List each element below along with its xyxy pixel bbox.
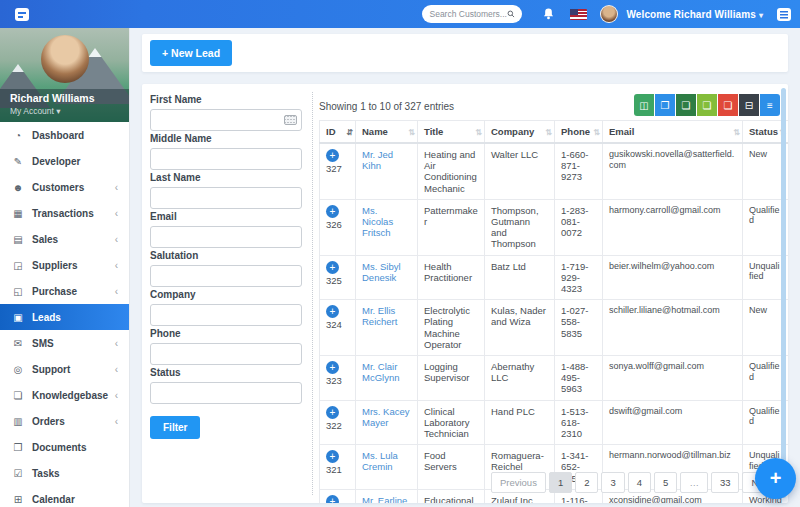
expand-row-icon[interactable]: + <box>326 261 339 274</box>
pagination-page-2[interactable]: 2 <box>575 472 598 493</box>
my-account-menu[interactable]: My Account ▾ <box>10 106 119 116</box>
sidebar-item-purchase[interactable]: ◱ Purchase ‹ <box>0 278 129 304</box>
nav-label: Sales <box>32 234 58 245</box>
lead-name-link[interactable]: Mr. Ellis Reichert <box>362 305 397 327</box>
sidebar-item-leads[interactable]: ▣ Leads <box>0 304 129 330</box>
sidebar-item-documents[interactable]: ❐ Documents <box>0 434 129 460</box>
salutation-input[interactable] <box>150 265 302 287</box>
sidebar-item-knowledgebase[interactable]: ❏ Knowledgebase ‹ <box>0 382 129 408</box>
column-header-company[interactable]: Company ⇅ <box>485 121 555 144</box>
user-avatar[interactable] <box>600 5 618 23</box>
column-header-email[interactable]: Email ⇅ <box>603 121 743 144</box>
notifications-bell-icon[interactable] <box>542 7 555 21</box>
export-csv-button[interactable]: ❏ <box>697 94 717 116</box>
scrollbar-thumb[interactable] <box>781 88 786 498</box>
column-header-name[interactable]: Name ⇅ <box>356 121 418 144</box>
first-name-input[interactable] <box>150 109 302 131</box>
lead-name-link[interactable]: Mr. Jed Kihn <box>362 149 393 171</box>
leads-icon: ▣ <box>11 312 25 323</box>
sidebar-item-dashboard[interactable]: ◔ Dashboard <box>0 122 129 148</box>
sidebar-item-orders[interactable]: ▥ Orders ‹ <box>0 408 129 434</box>
search-input[interactable] <box>429 9 507 19</box>
pagination-page-4[interactable]: 4 <box>628 472 651 493</box>
search-icon[interactable] <box>507 9 515 19</box>
sidebar-item-sms[interactable]: ✉ SMS ‹ <box>0 330 129 356</box>
column-header-id[interactable]: ID ⇵ <box>320 121 356 144</box>
export-button-group: ◫❐❏❏❏⊟≡ <box>634 94 780 116</box>
middle-name-field: Middle Name <box>150 133 302 170</box>
nav-label: Purchase <box>32 286 77 297</box>
floating-add-button[interactable]: + <box>755 458 796 499</box>
expand-row-icon[interactable]: + <box>326 406 339 419</box>
welcome-user-menu[interactable]: Welcome Richard Williams▾ <box>626 9 763 20</box>
field-label: Company <box>150 289 302 300</box>
sidebar-item-tasks[interactable]: ☑ Tasks <box>0 460 129 486</box>
company-input[interactable] <box>150 304 302 326</box>
expand-row-icon[interactable]: + <box>326 149 339 162</box>
lead-name-link[interactable]: Ms. Lula Cremin <box>362 450 398 472</box>
layout-toggle-icon[interactable] <box>777 8 791 21</box>
expand-row-icon[interactable]: + <box>326 361 339 374</box>
app-logo-icon[interactable] <box>15 8 29 21</box>
search-box[interactable] <box>422 5 522 23</box>
pagination-previous-button: Previous <box>491 472 546 493</box>
column-label: Email <box>609 126 634 137</box>
profile-avatar[interactable] <box>41 35 89 83</box>
lead-name-link[interactable]: Mrs. Kacey Mayer <box>362 406 410 428</box>
pagination: Previous12345…33Next <box>491 472 780 493</box>
filter-button[interactable]: Filter <box>150 416 200 439</box>
sidebar-item-calendar[interactable]: ⊞ Calendar <box>0 486 129 507</box>
salutation-field: Salutation <box>150 250 302 287</box>
chevron-icon: ‹ <box>115 416 118 427</box>
lead-title: Clinical Laboratory Technician <box>418 400 485 445</box>
middle-name-input[interactable] <box>150 148 302 170</box>
sidebar-item-support[interactable]: ◎ Support ‹ <box>0 356 129 382</box>
lead-company: Walter LLC <box>485 143 555 199</box>
lead-name-link[interactable]: Mr. Earline Kohler <box>362 495 407 503</box>
export-pdf-button[interactable]: ❏ <box>718 94 738 116</box>
export-excel-button[interactable]: ❏ <box>676 94 696 116</box>
export-copy-button[interactable]: ❐ <box>655 94 675 116</box>
export-print-button[interactable]: ⊟ <box>739 94 759 116</box>
lead-id: 326 <box>326 219 342 230</box>
nav-label: SMS <box>32 338 54 349</box>
column-header-title[interactable]: Title ⇅ <box>418 121 485 144</box>
expand-row-icon[interactable]: + <box>326 450 339 463</box>
field-label: Salutation <box>150 250 302 261</box>
lead-email: gusikowski.novella@satterfield.com <box>603 143 743 199</box>
lead-id: 327 <box>326 163 342 174</box>
pagination-page-33[interactable]: 33 <box>711 472 740 493</box>
nav-label: Developer <box>32 156 80 167</box>
sidebar-item-customers[interactable]: ☻ Customers ‹ <box>0 174 129 200</box>
chevron-icon: ‹ <box>115 208 118 219</box>
lead-phone: 1-719-929-4323 <box>555 255 603 300</box>
pagination-page-5[interactable]: 5 <box>654 472 677 493</box>
lead-name-link[interactable]: Ms. Nicolas Fritsch <box>362 205 393 238</box>
pagination-page-1[interactable]: 1 <box>549 472 572 493</box>
email-input[interactable] <box>150 226 302 248</box>
expand-row-icon[interactable]: + <box>326 205 339 218</box>
phone-input[interactable] <box>150 343 302 365</box>
sidebar-item-sales[interactable]: ▤ Sales ‹ <box>0 226 129 252</box>
export-column-visibility-button[interactable]: ◫ <box>634 94 654 116</box>
expand-row-icon[interactable]: + <box>326 495 339 503</box>
column-header-phone[interactable]: Phone ⇅ <box>555 121 603 144</box>
lead-name-link[interactable]: Ms. Sibyl Denesik <box>362 261 401 283</box>
status-input[interactable] <box>150 382 302 404</box>
export-list-button[interactable]: ≡ <box>760 94 780 116</box>
pagination-page-3[interactable]: 3 <box>601 472 624 493</box>
expand-row-icon[interactable]: + <box>326 305 339 318</box>
lead-company: Abernathy LLC <box>485 356 555 401</box>
sidebar-item-transactions[interactable]: ▦ Transactions ‹ <box>0 200 129 226</box>
lead-name-link[interactable]: Mr. Clair McGlynn <box>362 361 399 383</box>
caret-down-icon: ▾ <box>56 106 60 116</box>
new-lead-button[interactable]: + New Lead <box>150 40 232 66</box>
purchase-icon: ◱ <box>11 286 25 297</box>
language-flag-us-icon[interactable] <box>570 9 587 20</box>
lead-title: Electrolytic Plating Machine Operator <box>418 300 485 356</box>
last-name-input[interactable] <box>150 187 302 209</box>
chevron-icon: ‹ <box>115 260 118 271</box>
sidebar-item-developer[interactable]: ✎ Developer <box>0 148 129 174</box>
plus-icon: + <box>770 467 782 490</box>
sidebar-item-suppliers[interactable]: ◲ Suppliers ‹ <box>0 252 129 278</box>
